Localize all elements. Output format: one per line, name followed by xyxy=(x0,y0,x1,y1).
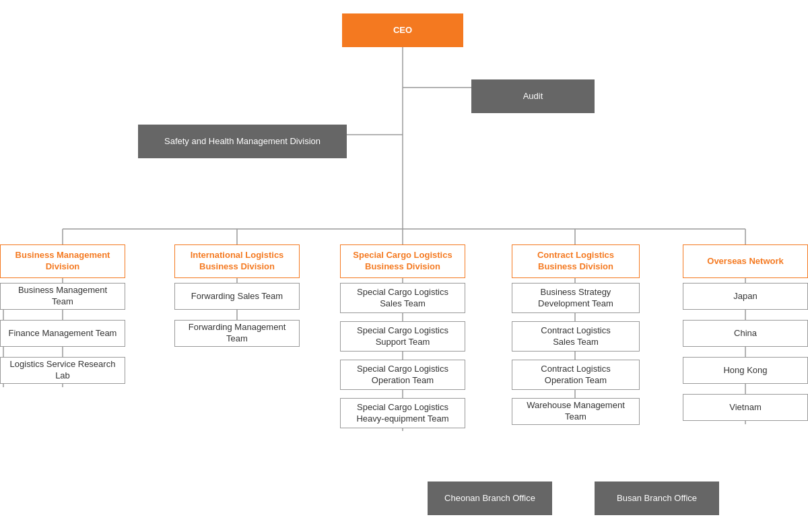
bmt-label: Business Management Team xyxy=(7,285,118,308)
japan-box: Japan xyxy=(683,283,808,310)
sclst-box: Special Cargo LogisticsSales Team xyxy=(340,283,465,313)
hongkong-label: Hong Kong xyxy=(723,365,767,376)
busan-box: Busan Branch Office xyxy=(595,481,719,515)
cld-label: Contract LogisticsBusiness Division xyxy=(537,250,614,273)
japan-label: Japan xyxy=(733,291,757,302)
wmt-label: Warehouse Management Team xyxy=(519,400,632,423)
vietnam-box: Vietnam xyxy=(683,394,808,421)
cld-box: Contract LogisticsBusiness Division xyxy=(512,244,640,278)
ild-box: International LogisticsBusiness Division xyxy=(174,244,300,278)
sclot-label: Special Cargo LogisticsOperation Team xyxy=(357,364,448,387)
safety-label: Safety and Health Management Division xyxy=(164,136,321,147)
china-box: China xyxy=(683,320,808,347)
sclsupt-box: Special Cargo LogisticsSupport Team xyxy=(340,321,465,352)
fst-label: Forwarding Sales Team xyxy=(191,291,283,302)
ceo-label: CEO xyxy=(393,25,412,36)
cheonan-box: Cheonan Branch Office xyxy=(428,481,552,515)
bsdt-box: Business StrategyDevelopment Team xyxy=(512,283,640,313)
clot-box: Contract LogisticsOperation Team xyxy=(512,360,640,390)
scld-box: Special Cargo LogisticsBusiness Division xyxy=(340,244,465,278)
busan-label: Busan Branch Office xyxy=(617,493,697,504)
scld-label: Special Cargo LogisticsBusiness Division xyxy=(353,250,452,273)
hongkong-box: Hong Kong xyxy=(683,357,808,384)
on-box: Overseas Network xyxy=(683,244,808,278)
safety-box: Safety and Health Management Division xyxy=(138,125,347,158)
clst-label: Contract LogisticsSales Team xyxy=(541,325,610,348)
sclst-label: Special Cargo LogisticsSales Team xyxy=(357,287,448,310)
sclot-box: Special Cargo LogisticsOperation Team xyxy=(340,360,465,390)
audit-box: Audit xyxy=(471,79,595,113)
fmgt-box: Forwarding Management Team xyxy=(174,320,300,347)
sclhet-box: Special Cargo LogisticsHeavy-equipment T… xyxy=(340,398,465,428)
bmd-box: Business ManagementDivision xyxy=(0,244,125,278)
sclsupt-label: Special Cargo LogisticsSupport Team xyxy=(357,325,448,348)
ceo-box: CEO xyxy=(342,13,463,47)
fst-box: Forwarding Sales Team xyxy=(174,283,300,310)
lsrl-label: Logistics Service Research Lab xyxy=(7,359,118,382)
ild-label: International LogisticsBusiness Division xyxy=(191,250,284,273)
clot-label: Contract LogisticsOperation Team xyxy=(541,364,610,387)
fmgt-label: Forwarding Management Team xyxy=(182,322,292,345)
cheonan-label: Cheonan Branch Office xyxy=(444,493,535,504)
audit-label: Audit xyxy=(523,91,543,102)
fmt-box: Finance Management Team xyxy=(0,320,125,347)
china-label: China xyxy=(734,328,757,339)
bsdt-label: Business StrategyDevelopment Team xyxy=(538,287,613,310)
lsrl-box: Logistics Service Research Lab xyxy=(0,357,125,384)
fmt-label: Finance Management Team xyxy=(9,328,117,339)
clst-box: Contract LogisticsSales Team xyxy=(512,321,640,352)
bmt-box: Business Management Team xyxy=(0,283,125,310)
on-label: Overseas Network xyxy=(707,256,783,267)
vietnam-label: Vietnam xyxy=(729,402,761,413)
bmd-label: Business ManagementDivision xyxy=(15,250,110,273)
wmt-box: Warehouse Management Team xyxy=(512,398,640,425)
org-chart: CEO Audit Safety and Health Management D… xyxy=(0,0,808,532)
sclhet-label: Special Cargo LogisticsHeavy-equipment T… xyxy=(356,402,448,425)
